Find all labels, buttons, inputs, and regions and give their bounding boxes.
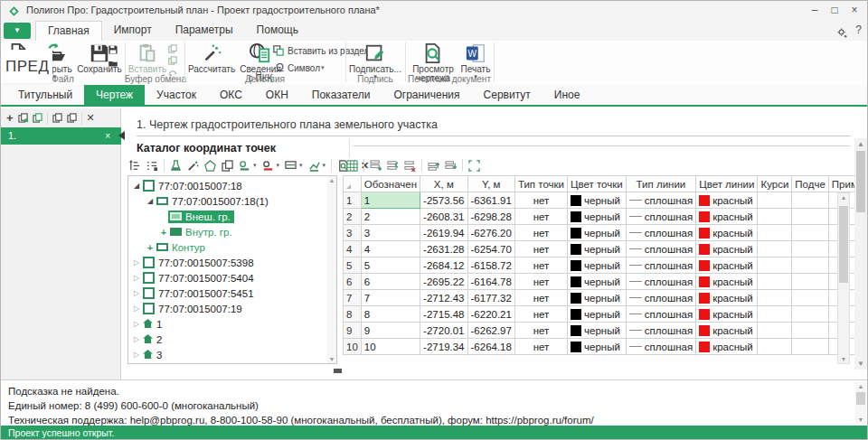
delete-page-icon[interactable]: ✕ bbox=[87, 112, 95, 124]
dropdown-arrow[interactable]: ▾ bbox=[253, 162, 257, 169]
point-color-icon[interactable] bbox=[262, 160, 274, 172]
tree-node[interactable]: 2 bbox=[141, 333, 165, 346]
cell-label[interactable]: 4 bbox=[361, 241, 420, 257]
cell-line-type[interactable]: сплошная bbox=[626, 209, 695, 225]
copy-node-icon[interactable] bbox=[222, 160, 233, 172]
tree-item-3[interactable]: Внеш. гр. bbox=[128, 209, 327, 224]
scroll-thumb[interactable] bbox=[839, 206, 848, 283]
column-header-5[interactable]: Цвет точки bbox=[568, 176, 627, 192]
cell-point-color[interactable]: черный bbox=[568, 257, 627, 274]
file-menu-button[interactable]: ▼ bbox=[4, 23, 31, 39]
cell-underline[interactable] bbox=[792, 209, 829, 225]
tree-node[interactable]: 77:07:0015007:18(1) bbox=[155, 195, 272, 208]
cell-point-type[interactable]: нет bbox=[514, 192, 567, 209]
cell-line-type[interactable]: сплошная bbox=[626, 290, 695, 306]
column-header-7[interactable]: Цвет линии bbox=[696, 176, 758, 192]
cell-y[interactable]: -6254.70 bbox=[467, 241, 514, 257]
section-tab-1[interactable]: Титульный bbox=[6, 85, 84, 105]
minimize-button[interactable]: – bbox=[807, 3, 822, 17]
section-tab-9[interactable]: Иное bbox=[542, 85, 592, 105]
cell-italic[interactable] bbox=[758, 290, 792, 306]
row-number[interactable]: 1 bbox=[344, 192, 362, 209]
move-row-up-icon[interactable] bbox=[428, 160, 439, 172]
cell-italic[interactable] bbox=[758, 274, 792, 290]
scroll-thumb[interactable] bbox=[856, 392, 865, 405]
cell-italic[interactable] bbox=[758, 192, 792, 209]
flask-icon[interactable] bbox=[170, 160, 182, 172]
cell-x[interactable]: -2631.28 bbox=[420, 241, 467, 257]
row-number[interactable]: 9 bbox=[344, 323, 362, 339]
tree-item-10[interactable]: ▷1 bbox=[128, 316, 327, 332]
point-type-icon[interactable] bbox=[239, 160, 250, 172]
cell-line-color[interactable]: красный bbox=[696, 274, 758, 290]
expander-closed-icon[interactable]: ▷ bbox=[132, 351, 141, 359]
expander-closed-icon[interactable]: ▷ bbox=[132, 304, 141, 313]
cell-x[interactable]: -2720.01 bbox=[420, 323, 467, 339]
cell-underline[interactable] bbox=[792, 241, 829, 257]
row-number[interactable]: 6 bbox=[344, 274, 362, 290]
row-number[interactable]: 3 bbox=[344, 225, 362, 241]
tree-item-6[interactable]: ▷77:07:0015007:5398 bbox=[128, 255, 327, 270]
dropdown-arrow[interactable]: ▾ bbox=[299, 162, 303, 169]
cell-line-type[interactable]: сплошная bbox=[626, 339, 695, 355]
cell-point-color[interactable]: черный bbox=[568, 306, 627, 323]
cell-x[interactable]: -2684.12 bbox=[420, 257, 467, 274]
paste-page-icon[interactable] bbox=[33, 113, 42, 123]
copy-undo-buttons[interactable] bbox=[168, 44, 177, 77]
cell-point-type[interactable]: нет bbox=[514, 274, 567, 290]
cell-y[interactable]: -6158.72 bbox=[467, 257, 514, 274]
grid-icon[interactable] bbox=[346, 160, 358, 172]
cell-line-color[interactable]: красный bbox=[696, 241, 758, 257]
section-tab-5[interactable]: ОКН bbox=[254, 85, 300, 105]
cell-point-color[interactable]: черный bbox=[568, 339, 627, 355]
cell-y[interactable]: -6264.18 bbox=[467, 339, 514, 355]
tree-item-7[interactable]: ▷77:07:0015007:5404 bbox=[128, 270, 327, 286]
select-all-corner[interactable] bbox=[344, 176, 362, 192]
sidebar-item-page-1[interactable]: 1. × bbox=[1, 127, 121, 145]
add-row-below-icon[interactable] bbox=[370, 160, 382, 172]
cell-point-color[interactable]: черный bbox=[568, 209, 627, 225]
tree-item-12[interactable]: ▷3 bbox=[128, 347, 327, 362]
expander-closed-icon[interactable]: ▷ bbox=[132, 335, 141, 343]
cell-italic[interactable] bbox=[758, 209, 792, 225]
cell-point-type[interactable]: нет bbox=[514, 339, 567, 355]
cell-italic[interactable] bbox=[758, 306, 792, 323]
cell-label[interactable]: 2 bbox=[361, 209, 420, 225]
tree-item-11[interactable]: ▷2 bbox=[128, 332, 327, 347]
delete-row-icon[interactable] bbox=[404, 160, 416, 172]
tree-node[interactable]: Внутр. гр. bbox=[168, 226, 236, 239]
cell-point-color[interactable]: черный bbox=[568, 323, 627, 339]
cell-line-type[interactable]: сплошная bbox=[626, 225, 695, 241]
numbered-list-icon[interactable] bbox=[146, 160, 158, 172]
line-color-icon[interactable] bbox=[308, 160, 320, 172]
tree-node[interactable]: Контур bbox=[155, 241, 209, 254]
scroll-down-icon[interactable]: ▼ bbox=[838, 356, 849, 362]
cell-x[interactable]: -2573.56 bbox=[420, 192, 467, 209]
symbol-button[interactable]: Ω Символ ▾ bbox=[276, 61, 325, 74]
scroll-down-icon[interactable]: ▼ bbox=[328, 356, 335, 362]
expander-closed-icon[interactable]: ▷ bbox=[132, 274, 141, 282]
section-tab-2[interactable]: Чертеж bbox=[84, 85, 145, 105]
cell-line-color[interactable]: красный bbox=[696, 257, 758, 274]
cell-underline[interactable] bbox=[792, 306, 829, 323]
cell-underline[interactable] bbox=[792, 290, 829, 306]
tree-item-9[interactable]: ▷77:07:0015007:19 bbox=[128, 301, 327, 316]
duplicate-all-icon[interactable] bbox=[67, 113, 77, 123]
move-row-down-icon[interactable] bbox=[445, 160, 457, 172]
cell-label[interactable]: 8 bbox=[361, 306, 420, 323]
cell-line-color[interactable]: красный bbox=[696, 209, 758, 225]
row-number[interactable]: 4 bbox=[344, 241, 362, 257]
expander-closed-icon[interactable]: ▷ bbox=[132, 320, 141, 328]
cell-underline[interactable] bbox=[792, 225, 829, 241]
cell-point-color[interactable]: черный bbox=[568, 274, 627, 290]
cell-point-type[interactable]: нет bbox=[514, 257, 567, 274]
cell-line-type[interactable]: сплошная bbox=[626, 257, 695, 274]
tree-item-1[interactable]: ◢77:07:0015007:18 bbox=[128, 178, 327, 193]
cell-italic[interactable] bbox=[758, 241, 792, 257]
parcel-icon[interactable] bbox=[204, 160, 216, 172]
cell-underline[interactable] bbox=[792, 339, 829, 355]
cell-point-color[interactable]: черный bbox=[568, 225, 627, 241]
cell-label[interactable]: 7 bbox=[361, 290, 420, 306]
cell-underline[interactable] bbox=[792, 323, 829, 339]
cell-line-type[interactable]: сплошная bbox=[626, 241, 695, 257]
